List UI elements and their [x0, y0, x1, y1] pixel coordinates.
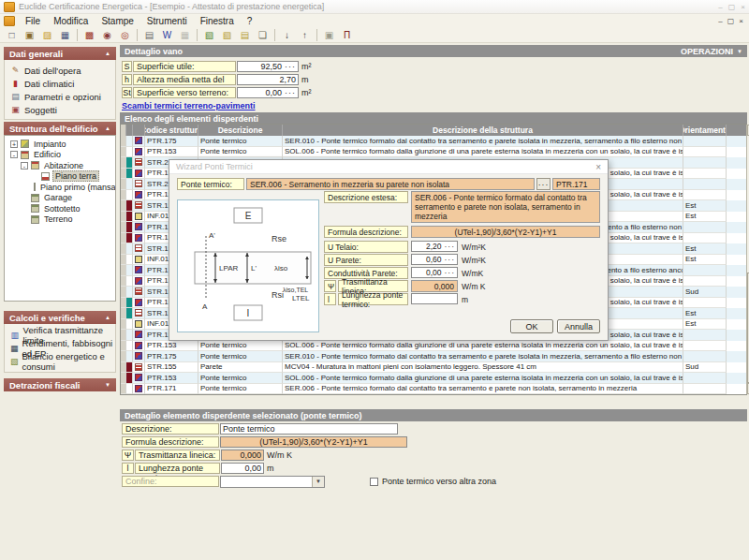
- dialog-titlebar[interactable]: Wizard Ponti Termici ×: [169, 160, 608, 174]
- column-header-orientamento[interactable]: Orientamento: [683, 125, 727, 136]
- browse-dots-button[interactable]: ···: [285, 62, 296, 71]
- superficie-utile-input[interactable]: 92,50 ···: [237, 61, 299, 72]
- close-icon[interactable]: ×: [595, 162, 601, 172]
- browse-dots-button[interactable]: ···: [445, 242, 456, 251]
- refresh-icon[interactable]: ▩: [81, 27, 98, 43]
- sidebar-header-struttura[interactable]: Struttura dell'edificio▲: [4, 122, 116, 135]
- move-up-icon[interactable]: ↑: [296, 27, 314, 43]
- trasmittanza-field[interactable]: 0,000: [221, 449, 264, 461]
- titlebar: Euclide Certificazione Energetica - [Ese…: [0, 0, 749, 14]
- browse-dots-button[interactable]: ···: [445, 268, 456, 277]
- tree-item-piano-primo-mansarda-[interactable]: Piano primo (mansarda): [7, 182, 115, 193]
- descrizione-input[interactable]: Ponte termico: [220, 423, 398, 435]
- ptr-icon: [135, 137, 142, 144]
- superficie-terreno-input[interactable]: 0,00 ···: [237, 87, 299, 98]
- sidebar-item-soggetti[interactable]: ▣Soggetti: [7, 103, 113, 116]
- table-row[interactable]: PTR.153Ponte termicoSOL.006 - Ponte term…: [121, 373, 746, 384]
- table-row[interactable]: PTR.171Ponte termicoSER.006 - Ponte term…: [121, 384, 746, 395]
- tree-item-sottotetto[interactable]: Sottotetto: [7, 203, 115, 214]
- sidebar-header-calcoli[interactable]: Calcoli e verifiche▲: [4, 311, 116, 324]
- browse-dots-button[interactable]: ···: [445, 255, 456, 264]
- tree-expander-icon[interactable]: -: [10, 151, 18, 158]
- chevron-down-icon[interactable]: ▼: [312, 477, 324, 487]
- tree-item-edificio[interactable]: -Edificio: [7, 150, 115, 161]
- print-all-icon[interactable]: ▤: [236, 27, 254, 43]
- sidebar-header-dati[interactable]: Dati generali▲: [4, 47, 116, 60]
- export-icon[interactable]: ▧: [218, 27, 236, 43]
- tree-item-impianto[interactable]: +Impianto: [7, 139, 115, 150]
- search-icon[interactable]: ◎: [116, 27, 134, 43]
- table-export-icon[interactable]: ▦: [176, 27, 194, 43]
- tree-expander-icon[interactable]: +: [10, 140, 18, 148]
- open-icon[interactable]: ▨: [38, 27, 56, 43]
- sidebar-item-bilancio-energetico-e-consumi[interactable]: ▧Bilancio energetico e consumi: [7, 355, 113, 368]
- browse-dots-button[interactable]: ···: [536, 178, 551, 190]
- structure-column-icon[interactable]: Π: [338, 27, 356, 43]
- sidebar-item-dati-climatici[interactable]: ▮Dati climatici: [7, 77, 113, 90]
- column-header-descrizione[interactable]: Descrizione: [198, 125, 283, 136]
- minimize-icon[interactable]: –: [718, 3, 722, 11]
- table-row[interactable]: PTR.175Ponte termicoSER.010 - Ponte term…: [121, 136, 746, 147]
- menu-file[interactable]: File: [19, 16, 47, 26]
- menu-strumenti[interactable]: Strumenti: [140, 16, 194, 26]
- import-icon[interactable]: ▧: [200, 27, 218, 43]
- edit-document-icon[interactable]: ▣: [21, 27, 38, 43]
- tree-item-garage[interactable]: Garage: [7, 193, 115, 204]
- conduttivita-input[interactable]: 0,00 ···: [411, 267, 458, 278]
- ok-button[interactable]: OK: [510, 319, 553, 333]
- table-cell: [683, 373, 727, 384]
- browse-dots-button[interactable]: ···: [285, 88, 296, 97]
- mdi-restore-icon[interactable]: ▢: [727, 17, 735, 25]
- tree-item-abitazione[interactable]: -Abitazione: [7, 160, 115, 171]
- detail-descrizione-row: Descrizione: Ponte termico: [122, 423, 398, 435]
- confine-dropdown[interactable]: ▼: [220, 476, 325, 488]
- close-icon[interactable]: ×: [741, 3, 745, 11]
- restore-icon[interactable]: ▢: [728, 3, 736, 11]
- field-label: Superficie verso terreno:: [133, 87, 236, 98]
- save-icon[interactable]: ▦: [56, 27, 74, 43]
- toolbar-separator: [77, 29, 78, 41]
- search-replace-icon[interactable]: ◉: [98, 27, 116, 43]
- tree-item-terreno[interactable]: Terreno: [7, 214, 115, 226]
- table-cell: [133, 169, 145, 180]
- lunghezza-input[interactable]: 0,00: [221, 463, 264, 474]
- tree-node-icon: [31, 161, 39, 169]
- menu-[interactable]: ?: [241, 16, 259, 26]
- u-parete-input[interactable]: 0,60 ···: [411, 254, 458, 265]
- menu-modifica[interactable]: Modifica: [47, 16, 95, 26]
- help-icon[interactable]: ▣: [320, 27, 338, 43]
- ponte-termico-field[interactable]: SER.006 - Serramento in mezzeria su pare…: [246, 178, 535, 190]
- u-telaio-input[interactable]: 2,20 ···: [411, 241, 458, 252]
- column-header-codice-struttura[interactable]: Codice struttura: [145, 125, 198, 136]
- sidebar-item-dati-dell-opera[interactable]: ✎Dati dell'opera: [7, 64, 113, 77]
- scambi-termici-link[interactable]: Scambi termici terreno-pavimenti: [122, 101, 256, 111]
- new-document-icon[interactable]: □: [3, 27, 21, 43]
- mdi-close-icon[interactable]: ×: [739, 17, 743, 25]
- tree-item-piano-terra[interactable]: Piano terra: [7, 171, 115, 183]
- word-export-icon[interactable]: W: [158, 27, 176, 43]
- table-row[interactable]: PTR.153Ponte termicoSOL.006 - Ponte term…: [121, 147, 746, 158]
- print-icon[interactable]: ▤: [140, 27, 158, 43]
- table-cell: [133, 384, 145, 395]
- mdi-minimize-icon[interactable]: –: [718, 17, 722, 25]
- sidebar-header-detrazioni[interactable]: Detrazioni fiscali▼: [4, 378, 116, 391]
- column-header-descrizione-della-struttura[interactable]: Descrizione della struttura: [283, 125, 683, 136]
- altezza-input[interactable]: 2,70: [237, 74, 299, 85]
- column-header-blank: [126, 125, 133, 136]
- move-down-icon[interactable]: ↓: [278, 27, 296, 43]
- copy-stack-icon[interactable]: ❏: [254, 27, 272, 43]
- trasmittanza-field[interactable]: 0,000: [411, 280, 458, 292]
- table-row[interactable]: PTR.153Ponte termicoSOL.006 - Ponte term…: [121, 341, 746, 352]
- detail-psi-row: Ψ Trasmittanza lineica: 0,000 W/m K: [122, 449, 292, 461]
- menu-finestra[interactable]: Finestra: [194, 16, 241, 26]
- tree-expander-icon[interactable]: -: [21, 162, 28, 169]
- annulla-button[interactable]: Annulla: [557, 319, 600, 333]
- table-row[interactable]: PTR.175Ponte termicoSER.010 - Ponte term…: [121, 351, 746, 362]
- thermal-bridge-diagram: E Rse A' A LPAR L' λiso λiso,TEL LTEL Rs…: [177, 199, 319, 332]
- operazioni-button[interactable]: OPERAZIONI ▼: [681, 47, 742, 56]
- table-row[interactable]: STR.155PareteMCV04 - Muratura in mattoni…: [121, 362, 746, 374]
- lunghezza-input[interactable]: [411, 293, 458, 304]
- sidebar-item-parametri-e-opzioni[interactable]: ▤Parametri e opzioni: [7, 90, 113, 103]
- ponte-altra-zona-checkbox[interactable]: [370, 478, 378, 486]
- menu-stampe[interactable]: Stampe: [95, 16, 140, 26]
